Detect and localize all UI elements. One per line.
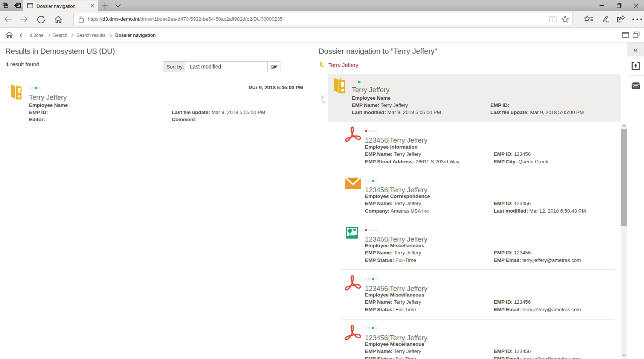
svg-text:A: A: [271, 67, 273, 69]
